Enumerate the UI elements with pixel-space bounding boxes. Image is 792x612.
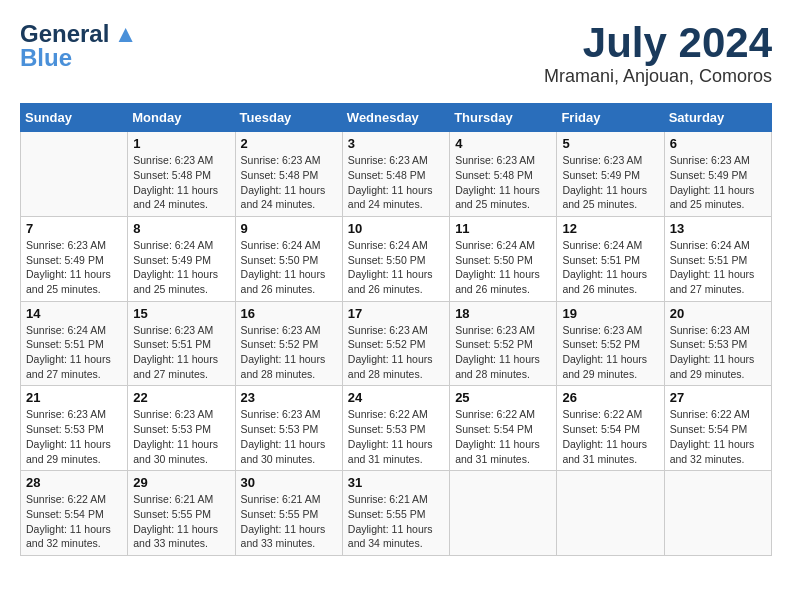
day-cell: 22Sunrise: 6:23 AMSunset: 5:53 PMDayligh… <box>128 386 235 471</box>
day-info: Sunrise: 6:22 AMSunset: 5:54 PMDaylight:… <box>670 407 766 466</box>
day-info: Sunrise: 6:23 AMSunset: 5:51 PMDaylight:… <box>133 323 229 382</box>
week-row-1: 1Sunrise: 6:23 AMSunset: 5:48 PMDaylight… <box>21 132 772 217</box>
day-number: 1 <box>133 136 229 151</box>
day-cell: 31Sunrise: 6:21 AMSunset: 5:55 PMDayligh… <box>342 471 449 556</box>
month-year: July 2024 <box>544 20 772 66</box>
day-info: Sunrise: 6:23 AMSunset: 5:48 PMDaylight:… <box>241 153 337 212</box>
day-number: 14 <box>26 306 122 321</box>
day-number: 7 <box>26 221 122 236</box>
day-cell: 23Sunrise: 6:23 AMSunset: 5:53 PMDayligh… <box>235 386 342 471</box>
day-info: Sunrise: 6:23 AMSunset: 5:52 PMDaylight:… <box>455 323 551 382</box>
day-info: Sunrise: 6:23 AMSunset: 5:53 PMDaylight:… <box>133 407 229 466</box>
day-cell: 11Sunrise: 6:24 AMSunset: 5:50 PMDayligh… <box>450 216 557 301</box>
day-number: 24 <box>348 390 444 405</box>
day-info: Sunrise: 6:24 AMSunset: 5:50 PMDaylight:… <box>241 238 337 297</box>
day-info: Sunrise: 6:22 AMSunset: 5:53 PMDaylight:… <box>348 407 444 466</box>
day-number: 25 <box>455 390 551 405</box>
day-number: 16 <box>241 306 337 321</box>
day-number: 23 <box>241 390 337 405</box>
day-number: 8 <box>133 221 229 236</box>
title-block: July 2024 Mramani, Anjouan, Comoros <box>544 20 772 87</box>
day-cell: 8Sunrise: 6:24 AMSunset: 5:49 PMDaylight… <box>128 216 235 301</box>
day-cell: 18Sunrise: 6:23 AMSunset: 5:52 PMDayligh… <box>450 301 557 386</box>
calendar-body: 1Sunrise: 6:23 AMSunset: 5:48 PMDaylight… <box>21 132 772 556</box>
day-info: Sunrise: 6:23 AMSunset: 5:53 PMDaylight:… <box>241 407 337 466</box>
weekday-header-saturday: Saturday <box>664 104 771 132</box>
day-cell: 13Sunrise: 6:24 AMSunset: 5:51 PMDayligh… <box>664 216 771 301</box>
day-cell: 16Sunrise: 6:23 AMSunset: 5:52 PMDayligh… <box>235 301 342 386</box>
calendar-table: SundayMondayTuesdayWednesdayThursdayFrid… <box>20 103 772 556</box>
day-info: Sunrise: 6:23 AMSunset: 5:48 PMDaylight:… <box>455 153 551 212</box>
page-header: General ▲ Blue July 2024 Mramani, Anjoua… <box>20 20 772 87</box>
day-cell: 12Sunrise: 6:24 AMSunset: 5:51 PMDayligh… <box>557 216 664 301</box>
day-cell: 29Sunrise: 6:21 AMSunset: 5:55 PMDayligh… <box>128 471 235 556</box>
day-info: Sunrise: 6:22 AMSunset: 5:54 PMDaylight:… <box>26 492 122 551</box>
day-cell: 4Sunrise: 6:23 AMSunset: 5:48 PMDaylight… <box>450 132 557 217</box>
week-row-5: 28Sunrise: 6:22 AMSunset: 5:54 PMDayligh… <box>21 471 772 556</box>
day-info: Sunrise: 6:24 AMSunset: 5:51 PMDaylight:… <box>670 238 766 297</box>
day-number: 3 <box>348 136 444 151</box>
day-cell: 19Sunrise: 6:23 AMSunset: 5:52 PMDayligh… <box>557 301 664 386</box>
day-number: 11 <box>455 221 551 236</box>
weekday-header-sunday: Sunday <box>21 104 128 132</box>
logo: General ▲ Blue <box>20 20 138 72</box>
day-number: 10 <box>348 221 444 236</box>
day-cell: 1Sunrise: 6:23 AMSunset: 5:48 PMDaylight… <box>128 132 235 217</box>
day-number: 22 <box>133 390 229 405</box>
day-number: 28 <box>26 475 122 490</box>
day-info: Sunrise: 6:24 AMSunset: 5:49 PMDaylight:… <box>133 238 229 297</box>
day-cell: 24Sunrise: 6:22 AMSunset: 5:53 PMDayligh… <box>342 386 449 471</box>
day-cell <box>21 132 128 217</box>
day-info: Sunrise: 6:22 AMSunset: 5:54 PMDaylight:… <box>562 407 658 466</box>
day-number: 26 <box>562 390 658 405</box>
day-info: Sunrise: 6:23 AMSunset: 5:48 PMDaylight:… <box>133 153 229 212</box>
day-number: 13 <box>670 221 766 236</box>
weekday-header-monday: Monday <box>128 104 235 132</box>
day-info: Sunrise: 6:24 AMSunset: 5:50 PMDaylight:… <box>348 238 444 297</box>
day-cell: 14Sunrise: 6:24 AMSunset: 5:51 PMDayligh… <box>21 301 128 386</box>
day-info: Sunrise: 6:21 AMSunset: 5:55 PMDaylight:… <box>133 492 229 551</box>
day-number: 9 <box>241 221 337 236</box>
day-number: 6 <box>670 136 766 151</box>
day-info: Sunrise: 6:23 AMSunset: 5:49 PMDaylight:… <box>562 153 658 212</box>
day-info: Sunrise: 6:21 AMSunset: 5:55 PMDaylight:… <box>241 492 337 551</box>
day-cell <box>450 471 557 556</box>
day-number: 2 <box>241 136 337 151</box>
weekday-header-friday: Friday <box>557 104 664 132</box>
day-cell: 25Sunrise: 6:22 AMSunset: 5:54 PMDayligh… <box>450 386 557 471</box>
weekday-header-wednesday: Wednesday <box>342 104 449 132</box>
day-number: 27 <box>670 390 766 405</box>
weekday-header-thursday: Thursday <box>450 104 557 132</box>
day-cell: 17Sunrise: 6:23 AMSunset: 5:52 PMDayligh… <box>342 301 449 386</box>
weekday-header-row: SundayMondayTuesdayWednesdayThursdayFrid… <box>21 104 772 132</box>
day-number: 12 <box>562 221 658 236</box>
day-number: 21 <box>26 390 122 405</box>
day-cell: 27Sunrise: 6:22 AMSunset: 5:54 PMDayligh… <box>664 386 771 471</box>
week-row-4: 21Sunrise: 6:23 AMSunset: 5:53 PMDayligh… <box>21 386 772 471</box>
day-number: 31 <box>348 475 444 490</box>
day-info: Sunrise: 6:23 AMSunset: 5:53 PMDaylight:… <box>26 407 122 466</box>
day-cell <box>664 471 771 556</box>
day-info: Sunrise: 6:24 AMSunset: 5:51 PMDaylight:… <box>562 238 658 297</box>
day-number: 19 <box>562 306 658 321</box>
day-info: Sunrise: 6:23 AMSunset: 5:52 PMDaylight:… <box>348 323 444 382</box>
day-cell: 6Sunrise: 6:23 AMSunset: 5:49 PMDaylight… <box>664 132 771 217</box>
week-row-3: 14Sunrise: 6:24 AMSunset: 5:51 PMDayligh… <box>21 301 772 386</box>
day-cell: 2Sunrise: 6:23 AMSunset: 5:48 PMDaylight… <box>235 132 342 217</box>
weekday-header-tuesday: Tuesday <box>235 104 342 132</box>
day-number: 17 <box>348 306 444 321</box>
day-cell: 20Sunrise: 6:23 AMSunset: 5:53 PMDayligh… <box>664 301 771 386</box>
day-info: Sunrise: 6:23 AMSunset: 5:52 PMDaylight:… <box>562 323 658 382</box>
week-row-2: 7Sunrise: 6:23 AMSunset: 5:49 PMDaylight… <box>21 216 772 301</box>
day-cell: 10Sunrise: 6:24 AMSunset: 5:50 PMDayligh… <box>342 216 449 301</box>
day-number: 18 <box>455 306 551 321</box>
day-number: 15 <box>133 306 229 321</box>
day-info: Sunrise: 6:23 AMSunset: 5:48 PMDaylight:… <box>348 153 444 212</box>
day-number: 30 <box>241 475 337 490</box>
day-info: Sunrise: 6:21 AMSunset: 5:55 PMDaylight:… <box>348 492 444 551</box>
day-cell: 15Sunrise: 6:23 AMSunset: 5:51 PMDayligh… <box>128 301 235 386</box>
day-cell <box>557 471 664 556</box>
day-number: 20 <box>670 306 766 321</box>
day-cell: 5Sunrise: 6:23 AMSunset: 5:49 PMDaylight… <box>557 132 664 217</box>
day-info: Sunrise: 6:22 AMSunset: 5:54 PMDaylight:… <box>455 407 551 466</box>
